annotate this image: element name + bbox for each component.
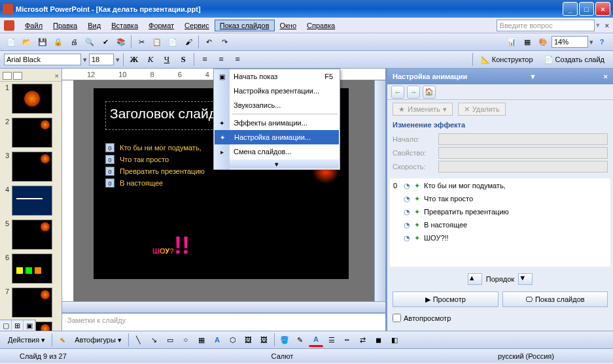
oval-button[interactable]: ○ (179, 333, 193, 347)
thumb-6[interactable]: 6 (0, 252, 61, 286)
menu-edit[interactable]: Правка (48, 20, 82, 31)
open-button[interactable]: 📂 (20, 35, 34, 49)
arrow-button[interactable]: ↘ (147, 333, 162, 347)
menu-window[interactable]: Окно (275, 20, 302, 31)
slide-show-text[interactable]: ШОУ?!! (152, 232, 190, 259)
start-combo[interactable] (438, 133, 608, 145)
nav-forward-button[interactable]: → (407, 86, 420, 99)
thumb-4[interactable]: 4 (0, 184, 61, 218)
line-color-button[interactable]: ✎ (293, 333, 307, 347)
anim-item[interactable]: ◔✦В настоящее (391, 218, 610, 231)
menu-item-setup-show[interactable]: Настройка презентации... (214, 84, 340, 98)
menu-item-record[interactable]: Звукозапись... (214, 98, 340, 112)
fill-color-button[interactable]: 🪣 (277, 333, 292, 347)
new-slide-button[interactable]: 📄Создать слайд (540, 52, 609, 67)
preview-button[interactable]: 🔍 (82, 35, 97, 49)
align-right-button[interactable]: ≡ (230, 52, 245, 67)
new-button[interactable]: 📄 (4, 35, 18, 49)
speed-combo[interactable] (438, 161, 608, 173)
copy-button[interactable]: 📋 (150, 35, 164, 49)
line-button[interactable]: ╲ (131, 333, 146, 347)
autopreview-checkbox[interactable] (393, 314, 401, 322)
select-button[interactable]: ⬉ (55, 333, 69, 347)
doc-close-button[interactable]: × (605, 22, 609, 29)
slideshow-button[interactable]: 🖵 Показ слайдов (502, 291, 608, 307)
permission-button[interactable]: 🔒 (51, 35, 65, 49)
menu-slideshow[interactable]: Показ слайдов (215, 20, 275, 31)
move-up-button[interactable]: ▲ (468, 273, 482, 285)
align-left-button[interactable]: ≡ (198, 52, 212, 67)
bold-button[interactable]: Ж (127, 52, 141, 67)
preview-button[interactable]: ▶ Просмотр (393, 291, 499, 307)
menu-help[interactable]: Справка (302, 20, 340, 31)
minimize-button[interactable]: _ (563, 2, 578, 16)
picture-button[interactable]: 🖼 (257, 333, 271, 347)
redo-button[interactable]: ↷ (217, 35, 232, 49)
animation-list[interactable]: 0◔✦Кто бы ни мог подумать, ◔✦Что так про… (390, 178, 610, 267)
property-combo[interactable] (438, 147, 608, 159)
close-button[interactable]: × (595, 2, 610, 16)
font-size-combo[interactable]: 18 (89, 54, 114, 65)
anim-item[interactable]: ◔✦Превратить презентацию (391, 205, 610, 218)
thumb-2[interactable]: 2 (0, 116, 61, 150)
textbox-button[interactable]: ▦ (194, 333, 209, 347)
italic-button[interactable]: К (143, 52, 158, 67)
line-style-button[interactable]: ☰ (324, 333, 339, 347)
menu-format[interactable]: Формат (143, 20, 179, 31)
menu-item-transition[interactable]: ▸Смена слайдов... (214, 144, 340, 159)
vertical-scrollbar[interactable] (374, 80, 385, 301)
language-status[interactable]: русский (Россия) (485, 352, 567, 360)
help-button[interactable]: ? (595, 35, 609, 49)
help-search-input[interactable]: Введите вопрос (497, 20, 595, 31)
slide-body[interactable]: 0Кто бы ни мог подумать, 0Что так просто… (105, 141, 205, 190)
menu-file[interactable]: Файл (20, 20, 48, 31)
underline-button[interactable]: Ч (160, 52, 174, 67)
menu-view[interactable]: Вид (82, 20, 106, 31)
font-color-button[interactable]: A (309, 333, 323, 347)
menu-insert[interactable]: Вставка (106, 20, 143, 31)
thumb-1[interactable]: 1 (0, 82, 61, 116)
autoshapes-menu[interactable]: Автофигуры ▾ (71, 336, 126, 344)
table-button[interactable]: ▦ (520, 35, 534, 49)
thumbs-tab-bar[interactable]: × (0, 70, 61, 82)
menu-expand-button[interactable]: ▾ (215, 159, 339, 169)
nav-home-button[interactable]: 🏠 (423, 86, 436, 99)
actions-menu[interactable]: Действия ▾ (4, 336, 49, 344)
font-name-combo[interactable]: Arial Black (4, 54, 81, 65)
arrow-style-button[interactable]: ⇄ (356, 333, 370, 347)
wordart-button[interactable]: A (210, 333, 224, 347)
anim-item[interactable]: 0◔✦Кто бы ни мог подумать, (391, 179, 610, 192)
design-button[interactable]: 📐Конструктор (476, 52, 538, 67)
menu-item-anim-effects[interactable]: ✦Эффекты анимации... (214, 116, 340, 130)
normal-view-button[interactable]: ▢ (0, 320, 12, 331)
clipart-button[interactable]: 🖼 (241, 333, 256, 347)
undo-button[interactable]: ↶ (201, 35, 216, 49)
shadow-button[interactable]: S (176, 52, 190, 67)
color-button[interactable]: 🎨 (536, 35, 550, 49)
menu-tools[interactable]: Сервис (179, 20, 215, 31)
delete-effect-button[interactable]: ✕ Удалить (458, 103, 506, 116)
research-button[interactable]: 📚 (114, 35, 128, 49)
change-effect-button[interactable]: ★ Изменить ▾ (393, 103, 453, 116)
align-center-button[interactable]: ≡ (214, 52, 228, 67)
diagram-button[interactable]: ⬡ (226, 333, 240, 347)
maximize-button[interactable]: □ (579, 2, 594, 16)
zoom-combo[interactable]: 14% (552, 36, 588, 48)
thumb-5[interactable]: 5 (0, 218, 61, 252)
slideshow-view-button[interactable]: ▣ (24, 320, 35, 331)
spell-button[interactable]: ✔ (98, 35, 113, 49)
move-down-button[interactable]: ▼ (518, 273, 533, 285)
anim-item[interactable]: ◔✦ШОУ?!! (391, 231, 610, 244)
paste-button[interactable]: 📄 (166, 35, 180, 49)
save-button[interactable]: 💾 (35, 35, 50, 49)
anim-item[interactable]: ◔✦Что так просто (391, 192, 610, 205)
menu-item-start-show[interactable]: ▣Начать показF5 (214, 69, 340, 84)
3d-button[interactable]: ◧ (387, 333, 402, 347)
notes-pane[interactable]: Заметки к слайду (62, 312, 385, 331)
menu-item-custom-anim[interactable]: ✦Настройка анимации... (215, 130, 339, 144)
thumb-7[interactable]: 7 (0, 286, 61, 320)
rect-button[interactable]: ▭ (163, 333, 177, 347)
nav-back-button[interactable]: ← (391, 86, 404, 99)
dash-button[interactable]: ┅ (340, 333, 355, 347)
print-button[interactable]: 🖨 (67, 35, 81, 49)
